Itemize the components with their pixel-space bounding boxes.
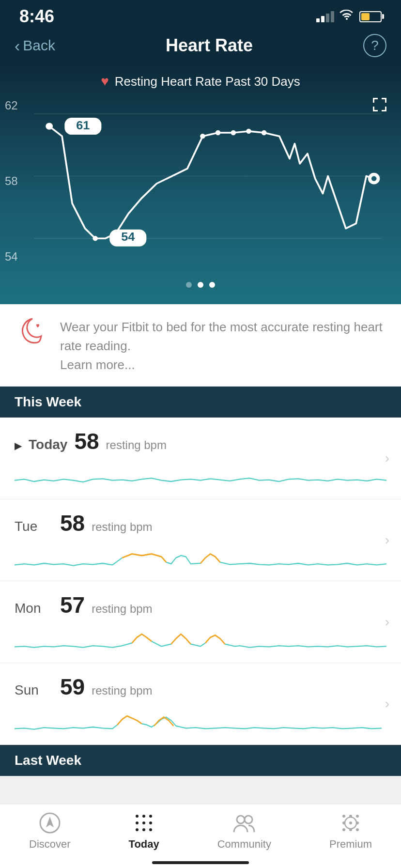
- svg-point-33: [356, 828, 359, 831]
- home-indicator: [152, 861, 249, 864]
- last-week-text: Last Week: [15, 753, 81, 768]
- bpm-tue: 58: [60, 510, 85, 536]
- svg-point-15: [142, 815, 145, 818]
- chevron-right-sun: ›: [385, 696, 389, 712]
- mini-chart-tue: [15, 540, 386, 579]
- svg-point-7: [262, 130, 267, 135]
- heart-icon: ♥: [101, 74, 109, 89]
- svg-point-16: [149, 815, 152, 818]
- page-title: Heart Rate: [166, 35, 253, 56]
- status-time: 8:46: [19, 6, 54, 27]
- svg-marker-13: [46, 817, 54, 827]
- svg-point-14: [136, 815, 139, 818]
- svg-point-20: [136, 828, 139, 831]
- battery-icon: [359, 11, 382, 22]
- status-icons: [316, 9, 382, 24]
- bpm-label-mon: resting bpm: [92, 602, 152, 616]
- chevron-right-today: ›: [385, 450, 389, 466]
- bpm-sun: 59: [60, 674, 85, 700]
- tab-bar: Discover Today: [0, 804, 401, 868]
- status-bar: 8:46: [0, 0, 401, 29]
- back-chevron-icon: ‹: [15, 36, 20, 55]
- svg-point-4: [216, 130, 221, 135]
- page-dots: [0, 278, 401, 290]
- svg-point-17: [136, 822, 139, 824]
- info-section: Wear your Fitbit to bed for the most acc…: [0, 304, 401, 387]
- chart-subtitle-text: Resting Heart Rate Past 30 Days: [115, 74, 300, 89]
- bpm-label-today: resting bpm: [106, 438, 167, 452]
- today-icon: [130, 812, 157, 834]
- y-label-62: 62: [5, 99, 18, 112]
- chart-subtitle: ♥ Resting Heart Rate Past 30 Days: [0, 67, 401, 94]
- svg-point-21: [142, 828, 145, 831]
- chart-dot-min: [93, 236, 98, 241]
- learn-more-link[interactable]: Learn more...: [60, 356, 386, 374]
- main-content: Wear your Fitbit to bed for the most acc…: [0, 304, 401, 853]
- svg-point-6: [246, 129, 251, 134]
- back-label: Back: [23, 37, 55, 54]
- bpm-today: 58: [74, 428, 99, 454]
- bpm-label-tue: resting bpm: [92, 520, 152, 534]
- tab-premium[interactable]: Premium: [329, 812, 372, 851]
- day-row-sun[interactable]: Sun 59 resting bpm ›: [0, 663, 401, 745]
- info-text-block: Wear your Fitbit to bed for the most acc…: [60, 318, 386, 374]
- page-dot-1: [186, 282, 192, 288]
- day-label-tue: Tue: [15, 519, 53, 534]
- page-dot-3: [209, 282, 215, 288]
- week-header-text: This Week: [15, 394, 81, 409]
- chart-dot-start: [46, 123, 53, 129]
- tab-today-label: Today: [129, 838, 159, 851]
- tab-community-label: Community: [217, 838, 271, 851]
- bpm-mon: 57: [60, 592, 85, 618]
- chart-label-61: 61: [76, 118, 90, 132]
- svg-point-24: [245, 816, 252, 823]
- premium-icon: [337, 812, 364, 834]
- page-dot-2: [198, 282, 203, 288]
- tab-community[interactable]: Community: [217, 812, 271, 851]
- info-text: Wear your Fitbit to bed for the most acc…: [60, 318, 386, 356]
- svg-point-23: [237, 816, 245, 823]
- svg-point-29: [349, 822, 352, 824]
- mini-chart-today: [15, 458, 386, 497]
- tab-today[interactable]: Today: [129, 812, 159, 851]
- heart-rate-chart: 61 54: [34, 99, 382, 268]
- mini-chart-mon: [15, 622, 386, 661]
- header: ‹ Back Heart Rate ?: [0, 29, 401, 67]
- tab-premium-label: Premium: [329, 838, 372, 851]
- svg-point-25: [342, 815, 345, 818]
- svg-point-27: [356, 815, 359, 818]
- tab-discover-label: Discover: [29, 838, 71, 851]
- day-label-mon: Mon: [15, 601, 53, 616]
- chart-area: 62 58 54 61: [0, 94, 401, 278]
- community-icon: [231, 812, 258, 834]
- y-label-58: 58: [5, 174, 18, 188]
- help-button[interactable]: ?: [363, 34, 386, 57]
- day-label-today: Today: [29, 437, 67, 452]
- day-row-today[interactable]: ▶ Today 58 resting bpm ›: [0, 418, 401, 499]
- svg-point-18: [142, 822, 145, 824]
- svg-point-9: [371, 176, 377, 181]
- last-week-header-partial: Last Week: [0, 745, 401, 776]
- svg-point-19: [149, 822, 152, 824]
- chevron-right-tue: ›: [385, 532, 389, 548]
- wifi-icon: [339, 9, 355, 24]
- svg-point-3: [200, 134, 205, 139]
- battery-fill: [361, 13, 370, 20]
- day-row-mon[interactable]: Mon 57 resting bpm ›: [0, 581, 401, 663]
- chart-label-54: 54: [121, 230, 135, 244]
- chevron-right-mon: ›: [385, 614, 389, 630]
- week-header: This Week: [0, 387, 401, 418]
- mini-chart-sun: [15, 704, 386, 743]
- back-button[interactable]: ‹ Back: [15, 36, 55, 55]
- play-icon: ▶: [15, 440, 22, 451]
- sleep-icon: [15, 318, 48, 352]
- signal-icon: [316, 11, 334, 22]
- svg-point-31: [342, 828, 345, 831]
- day-row-tue[interactable]: Tue 58 resting bpm ›: [0, 499, 401, 581]
- svg-point-5: [231, 130, 236, 135]
- discover-icon: [36, 812, 63, 834]
- tab-discover[interactable]: Discover: [29, 812, 71, 851]
- chart-container: ♥ Resting Heart Rate Past 30 Days 62 58 …: [0, 67, 401, 304]
- day-label-sun: Sun: [15, 682, 53, 698]
- help-label: ?: [371, 38, 379, 53]
